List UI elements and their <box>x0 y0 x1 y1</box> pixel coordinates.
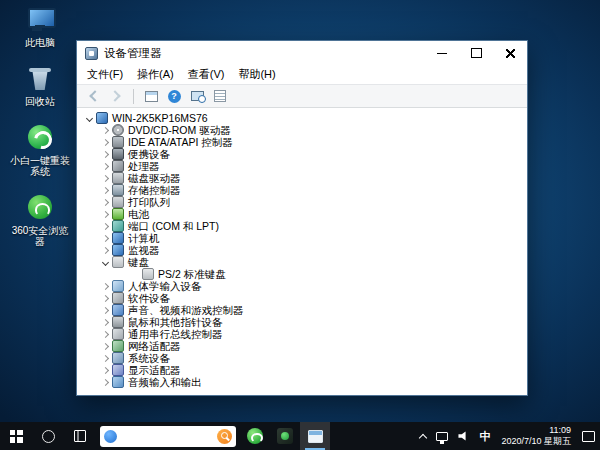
forward-button[interactable] <box>106 86 126 106</box>
scan-hardware-button[interactable] <box>187 86 207 106</box>
system-tray: 中 11:09 2020/7/10 星期五 <box>415 422 600 450</box>
360-browser-icon <box>247 428 263 444</box>
tree-item-label: 系统设备 <box>128 352 170 364</box>
storage-controller-icon <box>112 184 124 196</box>
tree-item[interactable]: 鼠标和其他指针设备 <box>79 316 527 328</box>
tree-item[interactable]: 便携设备 <box>79 148 527 160</box>
computer-icon <box>96 112 108 124</box>
desktop-icon-xiaobai-reinstall[interactable]: 小白一键重装系统 <box>4 122 76 177</box>
desktop-icon-360-browser[interactable]: 360安全浏览器 <box>4 192 76 247</box>
cortana-button[interactable] <box>32 422 64 450</box>
tree-item-label: 声音、视频和游戏控制器 <box>128 304 244 316</box>
minimize-button[interactable] <box>425 41 459 65</box>
help-button[interactable] <box>164 86 184 106</box>
chevron-placeholder <box>129 268 141 280</box>
tree-item[interactable]: 处理器 <box>79 160 527 172</box>
chevron-right-icon[interactable] <box>99 376 111 388</box>
chevron-expanded-icon[interactable] <box>99 256 111 268</box>
this-pc-icon <box>25 4 55 34</box>
desktop-icon-this-pc[interactable]: 此电脑 <box>4 4 76 48</box>
tree-item[interactable]: DVD/CD-ROM 驱动器 <box>79 124 527 136</box>
tree-root-item[interactable]: WIN-2K5KP16MS76 <box>79 112 527 124</box>
chevron-expanded-icon[interactable] <box>83 112 95 124</box>
tree-item[interactable]: 网络适配器 <box>79 340 527 352</box>
taskbar-app-device-manager[interactable] <box>300 422 330 450</box>
tree-item[interactable]: 监视器 <box>79 244 527 256</box>
desktop-icon-label: 此电脑 <box>25 37 55 48</box>
volume-control[interactable] <box>453 422 474 450</box>
tree-item[interactable]: IDE ATA/ATAPI 控制器 <box>79 136 527 148</box>
tree-item[interactable]: 电池 <box>79 208 527 220</box>
tree-item[interactable]: 端口 (COM 和 LPT) <box>79 220 527 232</box>
chevron-right-icon[interactable] <box>99 220 111 232</box>
tree-item[interactable]: 声音、视频和游戏控制器 <box>79 304 527 316</box>
taskbar-search-box[interactable] <box>100 426 236 447</box>
chevron-right-icon[interactable] <box>99 340 111 352</box>
titlebar[interactable]: 设备管理器 <box>77 41 527 65</box>
menu-view[interactable]: 查看(V) <box>181 65 232 84</box>
menu-help[interactable]: 帮助(H) <box>231 65 282 84</box>
hidden-icons-button[interactable] <box>415 422 431 450</box>
tree-item[interactable]: PS/2 标准键盘 <box>79 268 527 280</box>
search-input[interactable] <box>121 428 213 444</box>
tree-item[interactable]: 人体学输入设备 <box>79 280 527 292</box>
chevron-right-icon[interactable] <box>99 208 111 220</box>
back-button[interactable] <box>83 86 103 106</box>
tree-item[interactable]: 通用串行总线控制器 <box>79 328 527 340</box>
taskbar-app-360-browser[interactable] <box>240 422 270 450</box>
device-tree: WIN-2K5KP16MS76 DVD/CD-ROM 驱动器 IDE ATA/A… <box>77 108 527 395</box>
taskbar-app-xiaobai[interactable] <box>270 422 300 450</box>
audio-io-icon <box>112 376 124 388</box>
chevron-right-icon[interactable] <box>99 184 111 196</box>
window-title: 设备管理器 <box>104 46 425 61</box>
tree-item-label: 磁盘驱动器 <box>128 172 181 184</box>
network-icon <box>436 432 448 441</box>
console-window-button[interactable] <box>141 86 161 106</box>
battery-icon <box>112 208 124 220</box>
clock[interactable]: 11:09 2020/7/10 星期五 <box>495 425 577 447</box>
tree-item[interactable]: 存储控制器 <box>79 184 527 196</box>
chevron-right-icon[interactable] <box>99 328 111 340</box>
ime-indicator[interactable]: 中 <box>474 422 495 450</box>
start-button[interactable] <box>0 422 32 450</box>
network-status[interactable] <box>431 422 453 450</box>
usb-controller-icon <box>112 328 124 340</box>
search-logo-icon <box>104 430 117 443</box>
chevron-right-icon[interactable] <box>99 196 111 208</box>
task-view-button[interactable] <box>64 422 96 450</box>
tree-item[interactable]: 磁盘驱动器 <box>79 172 527 184</box>
tree-item[interactable]: 显示适配器 <box>79 364 527 376</box>
tree-item[interactable]: 打印队列 <box>79 196 527 208</box>
tree-item[interactable]: 音频输入和输出 <box>79 376 527 388</box>
chevron-right-icon[interactable] <box>99 316 111 328</box>
chevron-right-icon[interactable] <box>99 124 111 136</box>
menu-file[interactable]: 文件(F) <box>80 65 130 84</box>
chevron-right-icon[interactable] <box>99 244 111 256</box>
network-adapter-icon <box>112 340 124 352</box>
desktop-icon-recycle-bin[interactable]: 回收站 <box>4 63 76 107</box>
tree-item[interactable]: 计算机 <box>79 232 527 244</box>
close-button[interactable] <box>493 41 527 65</box>
chevron-right-icon[interactable] <box>99 160 111 172</box>
tree-item-label: 显示适配器 <box>128 364 181 376</box>
chevron-right-icon[interactable] <box>99 364 111 376</box>
chevron-right-icon[interactable] <box>99 352 111 364</box>
tree-item[interactable]: 键盘 <box>79 256 527 268</box>
processor-icon <box>112 160 124 172</box>
menu-action[interactable]: 操作(A) <box>130 65 181 84</box>
action-center-button[interactable] <box>577 422 600 450</box>
chevron-right-icon[interactable] <box>99 136 111 148</box>
chevron-right-icon[interactable] <box>99 148 111 160</box>
chevron-right-icon[interactable] <box>99 232 111 244</box>
chevron-right-icon[interactable] <box>99 292 111 304</box>
console-window-icon <box>145 91 158 102</box>
search-magnifier-icon[interactable] <box>217 429 232 444</box>
maximize-button[interactable] <box>459 41 493 65</box>
chevron-right-icon[interactable] <box>99 304 111 316</box>
tree-item[interactable]: 软件设备 <box>79 292 527 304</box>
chevron-right-icon[interactable] <box>99 172 111 184</box>
device-manager-window: 设备管理器 文件(F) 操作(A) 查看(V) 帮助(H) WIN-2K5KP1… <box>76 40 528 396</box>
chevron-right-icon[interactable] <box>99 280 111 292</box>
tree-item[interactable]: 系统设备 <box>79 352 527 364</box>
properties-button[interactable] <box>210 86 230 106</box>
